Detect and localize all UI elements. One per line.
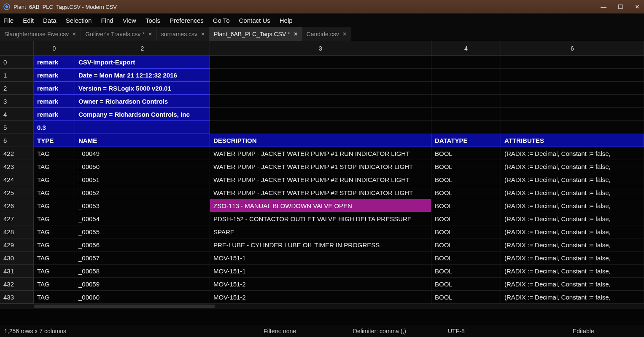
status-filters[interactable]: Filters: none [264,328,353,334]
cell[interactable]: (RADIX := Decimal, Constant := false, [501,212,644,225]
cell[interactable]: MOV-151-1 [210,265,431,278]
cell[interactable]: TAG [34,291,75,304]
column-header[interactable]: 3 [210,41,431,56]
minimize-icon[interactable]: — [600,3,607,10]
scrollbar-thumb[interactable] [34,305,215,308]
cell[interactable]: Date = Mon Mar 21 12:12:32 2016 [75,69,210,82]
cell[interactable]: BOOL [431,186,501,199]
cell[interactable]: BOOL [431,238,501,251]
cell[interactable]: (RADIX := Decimal, Constant := false, [501,225,644,238]
cell[interactable]: _00054 [75,212,210,225]
maximize-icon[interactable]: ☐ [617,3,624,10]
row-header[interactable]: 1 [0,69,34,82]
menu-edit[interactable]: Edit [23,17,34,24]
cell[interactable]: _00049 [75,147,210,160]
menu-data[interactable]: Data [43,17,57,24]
cell[interactable]: TAG [34,212,75,225]
cell[interactable]: _00050 [75,160,210,173]
cell[interactable] [501,121,644,134]
cell[interactable]: MOV-151-2 [210,291,431,304]
column-header[interactable] [0,41,34,56]
row-header[interactable]: 428 [0,225,34,238]
cell[interactable]: Company = Richardson Controls, Inc [75,108,210,121]
cell[interactable]: (RADIX := Decimal, Constant := false, [501,251,644,265]
cell[interactable] [501,108,644,121]
cell[interactable] [431,69,501,82]
column-header[interactable]: 2 [75,41,210,56]
cell[interactable] [210,69,431,82]
cell[interactable]: TAG [34,251,75,265]
cell[interactable]: TAG [34,225,75,238]
row-header[interactable]: 427 [0,212,34,225]
status-delimiter[interactable]: Delimiter: comma (,) [353,328,448,334]
cell[interactable]: ATTRIBUTES [501,134,644,147]
menu-find[interactable]: Find [101,17,113,24]
tab-file[interactable]: Gulliver's Travels.csv *✕ [81,27,156,41]
close-icon[interactable]: ✕ [634,3,641,10]
cell[interactable]: ZSO-113 - MANUAL BLOWDOWN VALVE OPEN [210,199,431,212]
cell[interactable] [431,108,501,121]
cell[interactable]: (RADIX := Decimal, Constant := false, [501,278,644,291]
row-header[interactable]: 425 [0,186,34,199]
cell[interactable] [501,56,644,69]
cell[interactable]: remark [34,69,75,82]
menu-contact[interactable]: Contact Us [239,17,270,24]
cell[interactable]: (RADIX := Decimal, Constant := false, [501,265,644,278]
row-header[interactable]: 2 [0,82,34,95]
cell[interactable] [501,82,644,95]
row-header[interactable]: 429 [0,238,34,251]
cell[interactable] [431,82,501,95]
cell[interactable]: BOOL [431,291,501,304]
cell[interactable]: SPARE [210,225,431,238]
tab-file[interactable]: surnames.csv✕ [157,27,210,41]
cell[interactable]: BOOL [431,173,501,186]
cell[interactable] [501,69,644,82]
cell[interactable]: CSV-Import-Export [75,56,210,69]
menu-help[interactable]: Help [280,17,293,24]
row-header[interactable]: 432 [0,278,34,291]
close-icon[interactable]: ✕ [201,31,205,37]
menu-view[interactable]: View [123,17,136,24]
cell[interactable]: TAG [34,238,75,251]
row-header[interactable]: 5 [0,121,34,134]
cell[interactable]: (RADIX := Decimal, Constant := false, [501,160,644,173]
cell[interactable] [210,121,431,134]
cell[interactable] [501,95,644,108]
tab-file[interactable]: Slaughterhouse Five.csv✕ [0,27,81,41]
cell[interactable]: _00057 [75,251,210,265]
cell[interactable] [210,56,431,69]
cell[interactable]: TAG [34,173,75,186]
tab-file[interactable]: Plant_6AB_PLC_Tags.CSV *✕ [210,27,302,41]
cell[interactable] [210,95,431,108]
menu-preferences[interactable]: Preferences [170,17,204,24]
cell[interactable]: WATER PUMP - JACKET WATER PUMP #2 STOP I… [210,186,431,199]
cell[interactable]: WATER PUMP - JACKET WATER PUMP #2 RUN IN… [210,173,431,186]
cell[interactable]: remark [34,82,75,95]
cell[interactable]: PRE-LUBE - CYLINDER LUBE OIL TIMER IN PR… [210,238,431,251]
cell[interactable]: MOV-151-1 [210,251,431,265]
cell[interactable]: BOOL [431,147,501,160]
row-header[interactable]: 426 [0,199,34,212]
cell[interactable]: BOOL [431,225,501,238]
cell[interactable] [210,82,431,95]
cell[interactable]: _00053 [75,199,210,212]
cell[interactable]: Version = RSLogix 5000 v20.01 [75,82,210,95]
cell[interactable]: DATATYPE [431,134,501,147]
row-header[interactable]: 4 [0,108,34,121]
cell[interactable]: TAG [34,278,75,291]
cell[interactable]: WATER PUMP - JACKET WATER PUMP #1 RUN IN… [210,147,431,160]
cell[interactable]: TAG [34,160,75,173]
close-icon[interactable]: ✕ [72,31,76,37]
cell[interactable] [431,56,501,69]
cell[interactable]: (RADIX := Decimal, Constant := false, [501,238,644,251]
row-header[interactable]: 422 [0,147,34,160]
tab-file[interactable]: Candide.csv✕ [302,27,351,41]
cell[interactable]: (RADIX := Decimal, Constant := false, [501,291,644,304]
row-header[interactable]: 0 [0,56,34,69]
data-grid[interactable]: 02346 0remarkCSV-Import-Export1remarkDat… [0,41,644,325]
status-encoding[interactable]: UTF-8 [448,328,573,334]
cell[interactable]: BOOL [431,199,501,212]
cell[interactable]: remark [34,108,75,121]
cell[interactable]: MOV-151-2 [210,278,431,291]
cell[interactable]: WATER PUMP - JACKET WATER PUMP #1 STOP I… [210,160,431,173]
